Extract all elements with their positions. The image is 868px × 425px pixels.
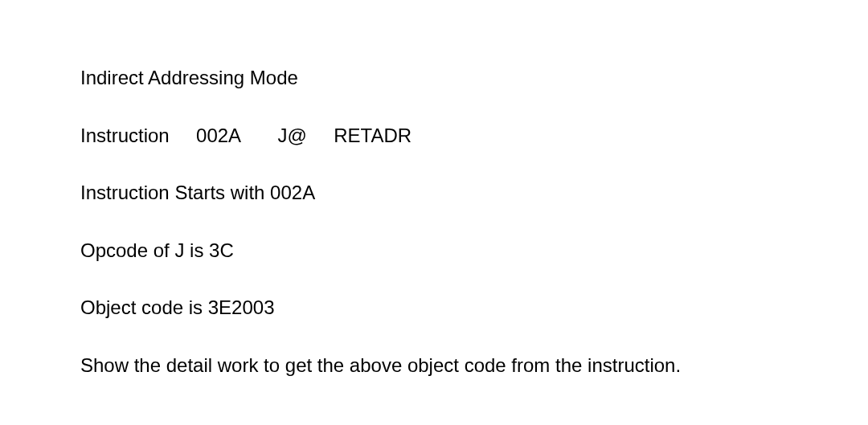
opcode-line: Opcode of J is 3C xyxy=(80,237,868,264)
question-line: Show the detail work to get the above ob… xyxy=(80,352,868,379)
title-line: Indirect Addressing Mode xyxy=(80,64,868,92)
instruction-line: Instruction 002A J@ RETADR xyxy=(80,122,868,149)
starts-line: Instruction Starts with 002A xyxy=(80,179,868,206)
objectcode-line: Object code is 3E2003 xyxy=(80,294,868,321)
document-content: Indirect Addressing Mode Instruction 002… xyxy=(80,64,868,379)
